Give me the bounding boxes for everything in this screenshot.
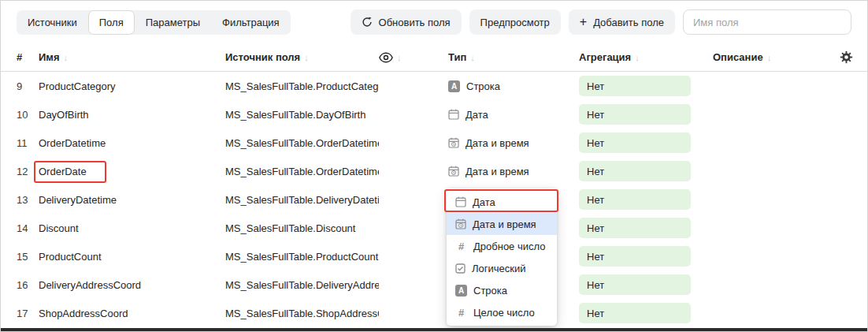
field-source-cell: MS_SalesFullTable.OrderDatetime	[225, 137, 379, 149]
row-index: 13	[17, 194, 39, 206]
aggregation-badge[interactable]: Нет	[579, 104, 691, 125]
field-name-cell[interactable]: ProductCount	[39, 251, 225, 263]
field-type-dropdown: Дата Дата и время # Дробное число Логиче…	[447, 188, 557, 326]
table-row: 11 OrderDatetime MS_SalesFullTable.Order…	[1, 129, 867, 157]
gear-icon	[840, 50, 853, 64]
toolbar-actions: Обновить поля Предпросмотр + Добавить по…	[351, 9, 851, 35]
field-name-cell[interactable]: DayOfBirth	[39, 109, 225, 121]
aggregation-badge[interactable]: Нет	[579, 218, 691, 238]
calendar-clock-icon	[448, 166, 459, 177]
refresh-fields-button[interactable]: Обновить поля	[351, 9, 462, 35]
type-option-datetime[interactable]: Дата и время	[447, 213, 557, 235]
field-aggregation-select[interactable]: Нет	[579, 303, 713, 323]
type-option-date[interactable]: Дата	[447, 191, 557, 213]
calendar-clock-icon	[448, 137, 459, 148]
field-name-cell[interactable]: ShopAddressCoord	[39, 308, 225, 319]
column-settings-button[interactable]	[831, 50, 867, 64]
tab-parameters[interactable]: Параметры	[135, 10, 211, 35]
table-row: 15 ProductCount MS_SalesFullTable.Produc…	[1, 242, 867, 270]
add-field-button[interactable]: + Добавить поле	[569, 9, 675, 35]
boolean-icon	[455, 263, 466, 274]
field-source-cell: MS_SalesFullTable.ShopAddressCoord	[225, 308, 379, 319]
header-aggregation[interactable]: Агрегация↓	[579, 51, 713, 63]
field-aggregation-select[interactable]: Нет	[579, 189, 713, 210]
preview-button[interactable]: Предпросмотр	[469, 9, 561, 35]
field-source-cell: MS_SalesFullTable.ProductCount	[225, 251, 379, 263]
hash-icon: #	[455, 307, 467, 319]
field-source-cell: MS_SalesFullTable.DeliveryAddressCoord	[225, 279, 379, 291]
tab-fields[interactable]: Поля	[88, 10, 135, 35]
row-index: 12	[17, 166, 39, 177]
tab-filtering[interactable]: Фильтрация	[211, 10, 291, 35]
table-row: 13 DeliveryDatetime MS_SalesFullTable.De…	[1, 185, 867, 214]
field-aggregation-select[interactable]: Нет	[579, 161, 713, 181]
field-aggregation-select[interactable]: Нет	[579, 132, 713, 153]
field-name-cell[interactable]: OrderDatetime	[39, 137, 225, 149]
aggregation-badge[interactable]: Нет	[579, 189, 691, 210]
hash-icon: #	[455, 241, 467, 252]
field-aggregation-select[interactable]: Нет	[579, 274, 713, 295]
field-name-cell[interactable]: DeliveryDatetime	[39, 194, 225, 206]
calendar-clock-icon	[455, 218, 466, 229]
header-source[interactable]: Источник поля↓	[225, 51, 379, 63]
field-type-label: Дата и время	[466, 166, 529, 177]
field-name-cell[interactable]: DeliveryAddressCoord	[39, 279, 225, 291]
field-type-label: Дата	[466, 109, 488, 121]
aggregation-badge[interactable]: Нет	[579, 246, 691, 267]
field-type-select[interactable]: A Строка	[448, 80, 579, 92]
field-type-label: Дата и время	[466, 137, 529, 149]
aggregation-badge[interactable]: Нет	[579, 132, 691, 153]
table-row: 10 DayOfBirth MS_SalesFullTable.DayOfBir…	[1, 100, 867, 129]
sort-down-icon: ↓	[64, 53, 69, 62]
type-option-boolean[interactable]: Логический	[447, 257, 557, 279]
header-description[interactable]: Описание↓	[713, 51, 831, 63]
tab-sources[interactable]: Источники	[17, 10, 88, 35]
aggregation-badge[interactable]: Нет	[579, 274, 691, 295]
field-type-select[interactable]: Дата и время	[448, 166, 579, 177]
toolbar: Источники Поля Параметры Фильтрация Обно…	[1, 1, 867, 43]
sort-down-icon: ↓	[304, 53, 309, 62]
row-index: 10	[17, 109, 39, 121]
table-row: 14 Discount MS_SalesFullTable.Discount Н…	[1, 214, 867, 242]
aggregation-badge[interactable]: Нет	[579, 303, 691, 323]
calendar-icon	[455, 196, 466, 207]
row-index: 11	[17, 137, 39, 149]
sort-down-icon: ↓	[470, 53, 475, 62]
string-icon: A	[455, 285, 467, 297]
field-source-cell: MS_SalesFullTable.ProductCategory	[225, 80, 379, 92]
preview-label: Предпросмотр	[480, 17, 550, 28]
table-row: 17 ShopAddressCoord MS_SalesFullTable.Sh…	[1, 299, 867, 327]
field-name-cell[interactable]: ProductCategory	[39, 80, 225, 92]
field-type-select[interactable]: Дата	[448, 109, 579, 121]
field-source-cell: MS_SalesFullTable.DeliveryDatetime	[225, 194, 379, 206]
field-aggregation-select[interactable]: Нет	[579, 246, 713, 267]
field-name-cell[interactable]: OrderDate	[39, 166, 225, 177]
header-visibility[interactable]: ↓	[379, 52, 448, 63]
window-bottom-edge	[1, 328, 867, 331]
field-aggregation-select[interactable]: Нет	[579, 104, 713, 125]
field-source-cell: MS_SalesFullTable.OrderDatetime	[225, 166, 379, 177]
field-type-label: Строка	[466, 80, 500, 92]
table-row: 16 DeliveryAddressCoord MS_SalesFullTabl…	[1, 270, 867, 299]
aggregation-badge[interactable]: Нет	[579, 76, 691, 96]
refresh-fields-label: Обновить поля	[379, 17, 451, 28]
type-option-integer[interactable]: # Целое число	[447, 301, 557, 323]
row-index: 16	[17, 279, 39, 291]
field-name-search-input[interactable]	[683, 9, 851, 35]
header-type[interactable]: Тип↓	[448, 51, 579, 63]
field-aggregation-select[interactable]: Нет	[579, 76, 713, 96]
add-field-label: Добавить поле	[593, 17, 664, 28]
type-option-string[interactable]: A Строка	[447, 279, 557, 301]
aggregation-badge[interactable]: Нет	[579, 161, 691, 181]
field-name-cell[interactable]: Discount	[39, 222, 225, 234]
type-option-float[interactable]: # Дробное число	[447, 235, 557, 257]
table-header: # Имя↓ Источник поля↓ ↓ Тип↓ Агрегация↓ …	[1, 43, 867, 72]
section-tabs: Источники Поля Параметры Фильтрация	[17, 10, 291, 35]
field-source-cell: MS_SalesFullTable.DayOfBirth	[225, 109, 379, 121]
plus-icon: +	[580, 16, 587, 28]
refresh-icon	[362, 17, 373, 28]
field-aggregation-select[interactable]: Нет	[579, 218, 713, 238]
field-type-select[interactable]: Дата и время	[448, 137, 579, 149]
table-row: 9 ProductCategory MS_SalesFullTable.Prod…	[1, 72, 867, 100]
header-name[interactable]: Имя↓	[39, 51, 225, 63]
